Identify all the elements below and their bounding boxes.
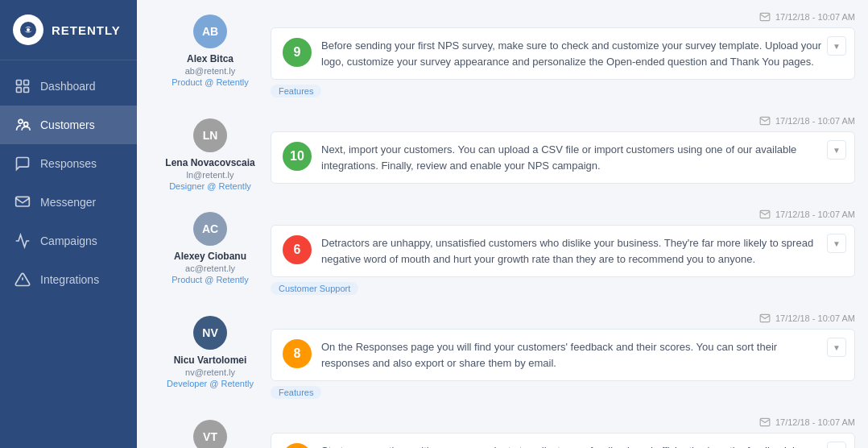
sidebar-item-dashboard-label: Dashboard — [40, 80, 96, 93]
svg-point-7 — [24, 122, 28, 127]
message-bubble: 7 Start conversations with your responde… — [271, 433, 855, 448]
message-area: 17/12/18 - 10:07 AM 10 Next, import your… — [271, 115, 855, 184]
main-content: AB Alex Bitca ab@retent.ly Product @ Ret… — [137, 0, 868, 448]
sidebar-item-responses[interactable]: Responses — [0, 144, 137, 183]
message-area: 17/12/18 - 10:07 AM 7 Start conversation… — [271, 417, 855, 448]
user-name: Lena Novacovscaia — [165, 157, 254, 168]
feed-item: LN Lena Novacovscaia ln@retent.ly Design… — [150, 104, 855, 197]
sidebar-item-campaigns-label: Campaigns — [40, 234, 97, 247]
user-email: nv@retent.ly — [185, 367, 235, 377]
sidebar-item-campaigns[interactable]: Campaigns — [0, 222, 137, 260]
sidebar-item-integrations[interactable]: Integrations — [0, 260, 137, 299]
user-role: Designer @ Retently — [169, 181, 251, 191]
user-email: ac@retent.ly — [185, 263, 235, 273]
message-header: 17/12/18 - 10:07 AM — [271, 115, 855, 127]
message-text: Before sending your first NPS survey, ma… — [321, 38, 822, 69]
mail-icon — [759, 313, 771, 324]
message-header: 17/12/18 - 10:07 AM — [271, 209, 855, 220]
user-email: ab@retent.ly — [185, 66, 236, 76]
nps-badge: 6 — [283, 235, 312, 264]
sidebar-nav: Dashboard Customers Responses Messenger — [0, 60, 137, 299]
message-tag[interactable]: Features — [271, 85, 321, 97]
dropdown-button[interactable]: ▼ — [827, 442, 846, 448]
dropdown-button[interactable]: ▼ — [827, 338, 846, 357]
mail-icon — [759, 417, 771, 428]
message-bubble: 9 Before sending your first NPS survey, … — [271, 27, 855, 80]
sidebar-item-customers[interactable]: Customers — [0, 106, 137, 144]
message-tag[interactable]: Customer Support — [271, 282, 358, 295]
svg-rect-4 — [17, 88, 22, 93]
user-info: AB Alex Bitca ab@retent.ly Product @ Ret… — [150, 11, 271, 87]
svg-point-6 — [19, 119, 23, 123]
avatar: AB — [193, 15, 227, 48]
message-text: Start conversations with your respondent… — [321, 443, 822, 448]
mail-icon — [759, 209, 771, 220]
sidebar-item-messenger-label: Messenger — [40, 196, 96, 209]
logo-text: RETENTLY — [52, 23, 121, 37]
message-header: 17/12/18 - 10:07 AM — [271, 11, 855, 23]
sidebar-item-customers-label: Customers — [40, 118, 95, 131]
nps-badge: 9 — [283, 38, 312, 67]
nps-badge: 8 — [283, 339, 312, 368]
svg-rect-3 — [24, 81, 29, 85]
mail-icon — [759, 11, 771, 23]
mail-icon — [759, 115, 771, 127]
nps-badge: 10 — [283, 142, 312, 171]
sidebar-item-integrations-label: Integrations — [40, 273, 99, 286]
message-text: Detractors are unhappy, unsatisfied cust… — [321, 235, 822, 267]
user-info: LN Lena Novacovscaia ln@retent.ly Design… — [150, 115, 271, 191]
svg-point-1 — [27, 28, 30, 31]
svg-rect-5 — [24, 88, 29, 93]
dropdown-button[interactable]: ▼ — [827, 140, 846, 160]
user-name: Nicu Vartolomei — [174, 355, 247, 366]
feed-item: VT Vlad Tribusean vt@retent.ly Developer… — [150, 405, 855, 448]
message-bubble: 8 On the Responses page you will find yo… — [271, 329, 855, 381]
user-info: AC Alexey Ciobanu ac@retent.ly Product @… — [150, 209, 271, 284]
feed: AB Alex Bitca ab@retent.ly Product @ Ret… — [137, 0, 868, 448]
user-name: Alex Bitca — [187, 53, 234, 64]
timestamp: 17/12/18 - 10:07 AM — [775, 313, 855, 323]
timestamp: 17/12/18 - 10:07 AM — [775, 116, 855, 126]
dropdown-button[interactable]: ▼ — [827, 36, 846, 56]
dashboard-icon — [14, 78, 31, 94]
logo-icon — [13, 15, 43, 45]
user-info: NV Nicu Vartolomei nv@retent.ly Develope… — [150, 313, 271, 388]
message-bubble: 6 Detractors are unhappy, unsatisfied cu… — [271, 225, 855, 277]
integrations-icon — [14, 272, 31, 288]
customers-icon — [14, 117, 31, 133]
message-text: On the Responses page you will find your… — [321, 339, 822, 371]
feed-item: AB Alex Bitca ab@retent.ly Product @ Ret… — [150, 0, 855, 104]
sidebar-item-messenger[interactable]: Messenger — [0, 183, 137, 222]
avatar: NV — [193, 316, 227, 350]
timestamp: 17/12/18 - 10:07 AM — [775, 417, 855, 427]
campaigns-icon — [14, 233, 31, 249]
avatar: AC — [193, 212, 227, 246]
feed-item: AC Alexey Ciobanu ac@retent.ly Product @… — [150, 197, 855, 301]
user-role: Product @ Retently — [172, 77, 249, 87]
nps-badge: 7 — [283, 443, 312, 448]
feed-item: NV Nicu Vartolomei nv@retent.ly Develope… — [150, 301, 855, 405]
timestamp: 17/12/18 - 10:07 AM — [775, 209, 855, 219]
user-email: ln@retent.ly — [187, 170, 234, 180]
user-name: Alexey Ciobanu — [174, 251, 246, 262]
message-bubble: 10 Next, import your customers. You can … — [271, 131, 855, 184]
user-role: Product @ Retently — [172, 275, 249, 284]
avatar: LN — [193, 118, 227, 152]
avatar: VT — [193, 420, 227, 448]
responses-icon — [14, 156, 31, 172]
messenger-icon — [14, 194, 31, 210]
user-role: Developer @ Retently — [167, 379, 254, 388]
message-area: 17/12/18 - 10:07 AM 6 Detractors are unh… — [271, 209, 855, 295]
message-tag[interactable]: Features — [271, 386, 321, 399]
sidebar-logo: RETENTLY — [0, 0, 137, 60]
message-header: 17/12/18 - 10:07 AM — [271, 417, 855, 428]
timestamp: 17/12/18 - 10:07 AM — [775, 12, 855, 22]
user-info: VT Vlad Tribusean vt@retent.ly Developer… — [150, 417, 271, 448]
sidebar-item-dashboard[interactable]: Dashboard — [0, 67, 137, 106]
svg-rect-2 — [17, 81, 22, 85]
message-header: 17/12/18 - 10:07 AM — [271, 313, 855, 324]
message-area: 17/12/18 - 10:07 AM 9 Before sending you… — [271, 11, 855, 97]
message-area: 17/12/18 - 10:07 AM 8 On the Responses p… — [271, 313, 855, 399]
dropdown-button[interactable]: ▼ — [827, 234, 846, 253]
sidebar-item-responses-label: Responses — [40, 157, 97, 170]
